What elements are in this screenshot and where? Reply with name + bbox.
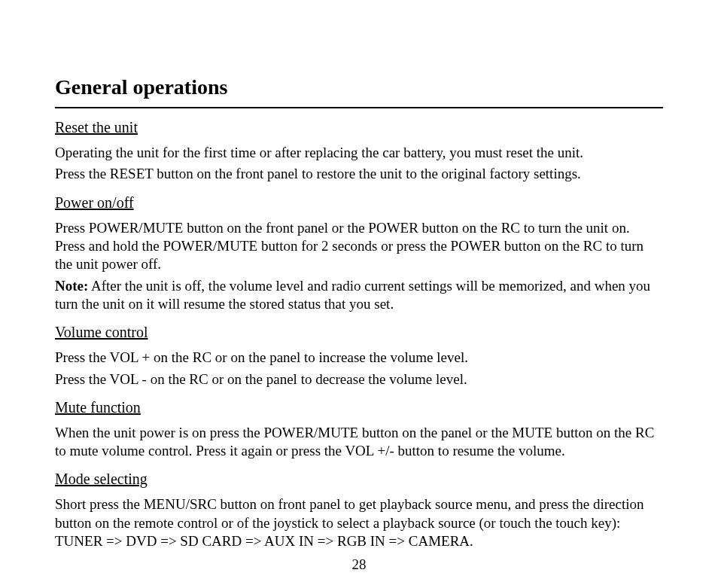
note-label: Note: <box>55 278 88 294</box>
body-text: Short press the MENU/SRC button on front… <box>55 495 663 550</box>
section-heading-volume: Volume control <box>55 324 663 341</box>
page-title: General operations <box>55 75 663 108</box>
body-text: When the unit power is on press the POWE… <box>55 424 663 461</box>
section-heading-reset: Reset the unit <box>55 119 663 136</box>
body-text: Operating the unit for the first time or… <box>55 144 663 162</box>
section-heading-power: Power on/off <box>55 194 663 212</box>
body-text: Press the VOL + on the RC or on the pane… <box>55 349 663 367</box>
body-text: Press the VOL - on the RC or on the pane… <box>55 370 663 388</box>
section-heading-mute: Mute function <box>55 399 663 416</box>
body-text: Press POWER/MUTE button on the front pan… <box>55 219 663 274</box>
note-text: After the unit is off, the volume level … <box>55 278 650 312</box>
section-heading-mode: Mode selecting <box>55 471 663 488</box>
body-text: Press the RESET button on the front pane… <box>55 165 663 183</box>
body-text-note: Note: After the unit is off, the volume … <box>55 277 663 314</box>
document-page: General operations Reset the unit Operat… <box>0 0 718 588</box>
page-number: 28 <box>0 556 718 573</box>
